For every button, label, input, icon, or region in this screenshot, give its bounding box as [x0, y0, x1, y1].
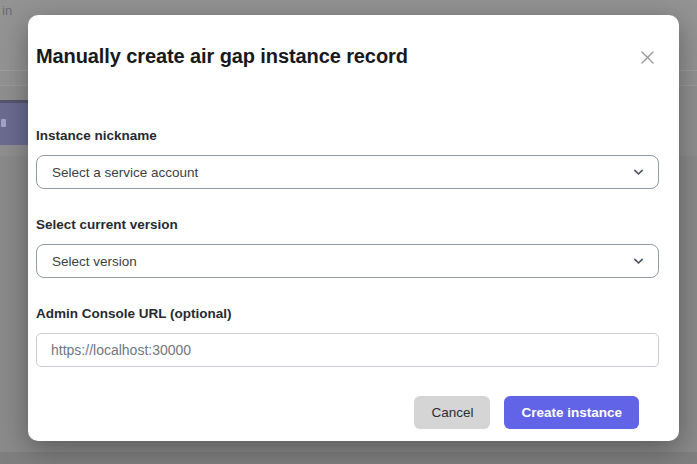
instance-nickname-label: Instance nickname [36, 129, 659, 143]
instance-nickname-select-wrap: Select a service account [36, 155, 659, 189]
current-version-select-wrap: Select version [36, 244, 659, 278]
field-current-version: Select current version Select version [36, 218, 659, 278]
admin-console-url-label: Admin Console URL (optional) [36, 307, 659, 321]
background-footer-band [0, 452, 697, 464]
dialog-body: Instance nickname Select a service accou… [28, 129, 679, 429]
create-instance-button[interactable]: Create instance [504, 396, 639, 429]
field-admin-console-url: Admin Console URL (optional) [36, 307, 659, 367]
admin-console-url-input[interactable] [36, 333, 659, 367]
close-icon [640, 50, 655, 65]
background-clipped-text: in [2, 3, 12, 18]
close-button[interactable] [635, 45, 659, 69]
create-airgap-instance-dialog: Manually create air gap instance record … [28, 15, 679, 441]
dialog-title: Manually create air gap instance record [36, 43, 408, 69]
current-version-select[interactable]: Select version [36, 244, 659, 278]
instance-nickname-select[interactable]: Select a service account [36, 155, 659, 189]
dialog-footer: Cancel Create instance [44, 396, 639, 429]
cancel-button[interactable]: Cancel [414, 396, 490, 429]
field-instance-nickname: Instance nickname Select a service accou… [36, 129, 659, 189]
screen: in Manually create air gap instance reco… [0, 0, 697, 464]
background-row-glyph [1, 119, 6, 127]
current-version-label: Select current version [36, 218, 659, 232]
dialog-header: Manually create air gap instance record [28, 15, 679, 69]
